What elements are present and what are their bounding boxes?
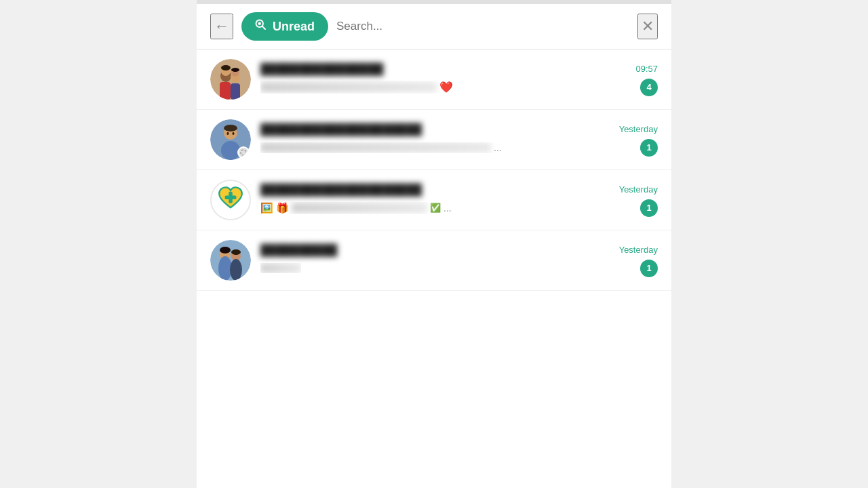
chat-preview: ... [260, 142, 502, 153]
chat-time: 09:57 [635, 64, 658, 74]
avatar [210, 59, 251, 100]
chat-time: Yesterday [619, 184, 658, 195]
close-button[interactable]: ✕ [637, 14, 658, 39]
chat-preview: ❤️ [260, 81, 453, 94]
svg-point-26 [230, 259, 242, 281]
chat-item[interactable]: ████████████████ 09:57 ❤️ 4 [197, 49, 671, 110]
header: ← Unread ✕ [197, 4, 671, 49]
unread-badge: 1 [640, 139, 658, 157]
chat-name: ██████████ [260, 244, 337, 256]
avatar [210, 119, 251, 160]
chat-item[interactable]: █████████████████████ Yesterday 🖼️ 🎁 ✅ .… [197, 170, 671, 230]
svg-rect-6 [220, 82, 231, 100]
svg-point-18 [241, 150, 246, 155]
chat-item[interactable]: ██████████ Yesterday 1 [197, 230, 671, 291]
svg-point-1 [258, 22, 262, 26]
back-button[interactable]: ← [210, 14, 233, 39]
svg-point-11 [231, 68, 239, 72]
unread-badge: 1 [640, 199, 658, 217]
svg-point-10 [221, 65, 231, 70]
svg-point-17 [233, 132, 235, 135]
chat-list: ████████████████ 09:57 ❤️ 4 [197, 49, 671, 291]
filter-icon [255, 19, 267, 34]
avatar [210, 240, 251, 281]
svg-point-28 [231, 249, 241, 255]
avatar [210, 180, 251, 220]
svg-rect-7 [231, 83, 240, 100]
svg-point-15 [224, 125, 237, 131]
svg-point-25 [218, 256, 232, 281]
chat-content: ██████████ Yesterday 1 [260, 244, 658, 277]
svg-point-16 [227, 132, 229, 135]
unread-filter-button[interactable]: Unread [241, 12, 328, 41]
svg-point-27 [220, 247, 231, 253]
chat-item[interactable]: █████████████████████ Yesterday ... 1 [197, 110, 671, 170]
svg-rect-21 [225, 195, 237, 199]
unread-badge: 4 [640, 79, 658, 96]
chat-name: █████████████████████ [260, 123, 422, 136]
chat-content: █████████████████████ Yesterday 🖼️ 🎁 ✅ .… [260, 184, 658, 217]
svg-line-2 [262, 26, 266, 30]
chat-content: ████████████████ 09:57 ❤️ 4 [260, 63, 658, 96]
search-input[interactable] [336, 20, 629, 33]
chat-name: █████████████████████ [260, 184, 422, 196]
unread-label: Unread [273, 20, 315, 34]
chat-time: Yesterday [619, 124, 658, 134]
chat-time: Yesterday [619, 245, 658, 255]
chat-preview: 🖼️ 🎁 ✅ ... [260, 202, 452, 214]
chat-name: ████████████████ [260, 63, 383, 75]
chat-content: █████████████████████ Yesterday ... 1 [260, 123, 658, 157]
unread-badge: 1 [640, 260, 658, 277]
chat-preview [260, 263, 301, 273]
